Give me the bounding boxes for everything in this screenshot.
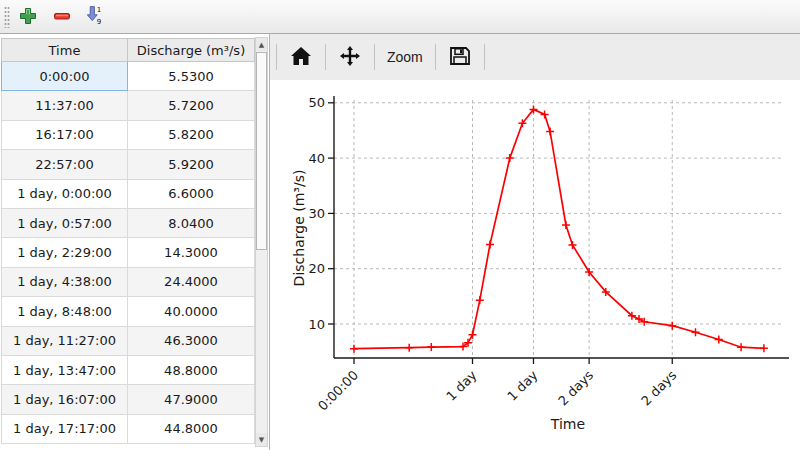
table-row: 1 day, 13:47:0048.8000 [2, 355, 255, 384]
discharge-cell[interactable]: 5.7200 [128, 91, 255, 120]
svg-text:10: 10 [308, 317, 325, 332]
chart-axes: 10203040500:00:001 day1 day2 days2 days [308, 95, 789, 413]
svg-text:9: 9 [97, 18, 101, 26]
table-row: 1 day, 11:27:0046.3000 [2, 326, 255, 355]
svg-text:30: 30 [308, 206, 325, 221]
time-cell[interactable]: 1 day, 0:00:00 [2, 179, 128, 208]
discharge-line-series [350, 105, 768, 352]
sort-numeric-icon: 1 9 [83, 5, 105, 30]
table-row: 1 day, 17:17:0044.8000 [2, 414, 255, 443]
home-icon [289, 45, 313, 70]
discharge-cell[interactable]: 14.3000 [128, 238, 255, 267]
discharge-table: Time Discharge (m³/s) 0:00:005.530011:37… [1, 38, 255, 444]
time-cell[interactable]: 1 day, 0:57:00 [2, 208, 128, 237]
toolbar-separator [484, 44, 485, 70]
time-cell[interactable]: 1 day, 17:17:00 [2, 414, 128, 443]
discharge-cell[interactable]: 8.0400 [128, 208, 255, 237]
svg-text:0:00:00: 0:00:00 [315, 368, 361, 414]
toolbar-separator [276, 44, 277, 70]
time-cell[interactable]: 16:17:00 [2, 120, 128, 149]
plot-nav-toolbar: Zoom [270, 34, 800, 80]
discharge-cell[interactable]: 48.8000 [128, 355, 255, 384]
time-series-table-panel: Time Discharge (m³/s) 0:00:005.530011:37… [0, 34, 269, 450]
table-row: 22:57:005.9200 [2, 150, 255, 179]
time-cell[interactable]: 1 day, 8:48:00 [2, 297, 128, 326]
time-cell[interactable]: 1 day, 2:29:00 [2, 238, 128, 267]
discharge-cell[interactable]: 47.9000 [128, 385, 255, 414]
scroll-up-arrow[interactable]: ▲ [256, 38, 267, 51]
chart-panel: Zoom 10203040500:00:001 day1 day2 days2 … [270, 34, 800, 450]
discharge-cell[interactable]: 46.3000 [128, 326, 255, 355]
table-row: 1 day, 4:38:0024.4000 [2, 267, 255, 296]
table-row: 1 day, 0:57:008.0400 [2, 208, 255, 237]
sort-rows-button[interactable]: 1 9 [80, 4, 108, 30]
time-cell[interactable]: 11:37:00 [2, 91, 128, 120]
time-cell[interactable]: 1 day, 16:07:00 [2, 385, 128, 414]
svg-text:2 days: 2 days [638, 367, 679, 408]
scroll-down-arrow[interactable]: ▼ [256, 433, 267, 446]
app-window: 1 9 Time Discharge (m³/s) 0:00:005.53001… [0, 0, 800, 450]
x-axis-label: Time [550, 416, 585, 432]
toolbar-separator [325, 44, 326, 70]
zoom-button[interactable]: Zoom [381, 46, 429, 68]
plot-canvas[interactable]: 10203040500:00:001 day1 day2 days2 days … [270, 80, 800, 450]
plus-icon [19, 7, 37, 28]
time-cell[interactable]: 1 day, 4:38:00 [2, 267, 128, 296]
pan-button[interactable] [332, 42, 368, 73]
table-header-row: Time Discharge (m³/s) [2, 39, 255, 62]
table-row: 1 day, 2:29:0014.3000 [2, 238, 255, 267]
save-button[interactable] [442, 42, 478, 73]
remove-row-button[interactable] [48, 4, 76, 30]
scrollbar-thumb[interactable] [256, 52, 267, 250]
discharge-cell[interactable]: 5.9200 [128, 150, 255, 179]
svg-text:40: 40 [308, 151, 325, 166]
y-axis-label: Discharge (m³/s) [291, 170, 307, 287]
time-cell[interactable]: 1 day, 11:27:00 [2, 326, 128, 355]
table-scrollbar[interactable]: ▲ ▼ [255, 37, 268, 447]
toolbar-separator [374, 44, 375, 70]
svg-text:20: 20 [308, 261, 325, 276]
table-row: 11:37:005.7200 [2, 91, 255, 120]
table-row: 16:17:005.8200 [2, 120, 255, 149]
column-header-discharge[interactable]: Discharge (m³/s) [128, 39, 255, 62]
time-cell[interactable]: 1 day, 13:47:00 [2, 355, 128, 384]
toolbar-separator [435, 44, 436, 70]
chart-gridlines [334, 100, 783, 358]
toolbar-drag-handle[interactable] [4, 6, 10, 28]
add-row-button[interactable] [14, 4, 42, 30]
svg-text:50: 50 [308, 95, 325, 110]
svg-text:1 day: 1 day [504, 367, 541, 404]
discharge-cell[interactable]: 44.8000 [128, 414, 255, 443]
table-toolbar: 1 9 [0, 0, 800, 34]
hydrograph-chart: 10203040500:00:001 day1 day2 days2 days … [270, 80, 800, 450]
svg-text:1: 1 [97, 6, 101, 14]
save-floppy-icon [448, 45, 472, 70]
time-cell[interactable]: 22:57:00 [2, 150, 128, 179]
pan-arrows-icon [338, 45, 362, 70]
table-row: 1 day, 8:48:0040.0000 [2, 297, 255, 326]
discharge-cell[interactable]: 6.6000 [128, 179, 255, 208]
svg-text:2 days: 2 days [555, 367, 596, 408]
discharge-cell[interactable]: 5.5300 [128, 62, 255, 91]
time-cell[interactable]: 0:00:00 [2, 62, 128, 91]
svg-text:1 day: 1 day [443, 367, 480, 404]
column-header-time[interactable]: Time [2, 39, 128, 62]
table-row: 1 day, 0:00:006.6000 [2, 179, 255, 208]
home-button[interactable] [283, 42, 319, 73]
table-row: 0:00:005.5300 [2, 62, 255, 91]
table-row: 1 day, 16:07:0047.9000 [2, 385, 255, 414]
discharge-cell[interactable]: 24.4000 [128, 267, 255, 296]
minus-icon [53, 7, 71, 28]
discharge-cell[interactable]: 5.8200 [128, 120, 255, 149]
discharge-cell[interactable]: 40.0000 [128, 297, 255, 326]
